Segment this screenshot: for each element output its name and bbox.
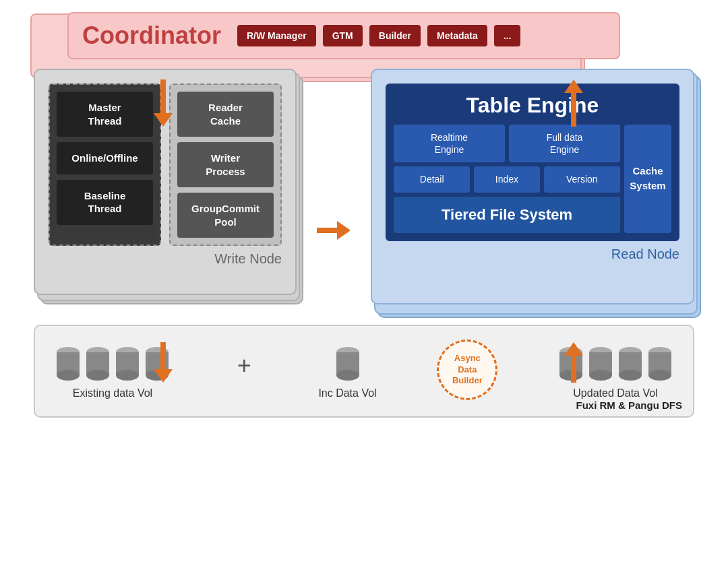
reader-cache-box: Reader Cache <box>177 92 274 137</box>
svg-point-26 <box>648 370 671 381</box>
master-thread-box: Master Thread <box>57 92 153 137</box>
online-offline-box: Online/Offline <box>57 142 153 174</box>
write-node-label: Write Node <box>49 251 282 267</box>
svg-point-5 <box>86 370 109 381</box>
coord-module-rw: R/W Manager <box>237 25 316 46</box>
architecture-diagram: Coordinator R/W Manager GTM Builder Meta… <box>0 0 728 582</box>
master-thread-col: Master Thread Online/Offline Baseline Th… <box>49 84 161 246</box>
table-engine-title: Table Engine <box>394 93 671 118</box>
version-cell: Version <box>544 166 620 192</box>
tiered-fs-cell: Tiered File System <box>394 197 620 233</box>
cylinder-icon <box>115 346 140 382</box>
updated-data-label: Updated Data Vol <box>573 387 657 399</box>
existing-data-label: Existing data Vol <box>73 387 152 399</box>
cylinder-icon <box>55 346 81 382</box>
coordinator-modules: R/W Manager GTM Builder Metadata ... <box>237 25 520 46</box>
svg-point-20 <box>589 370 612 381</box>
existing-data-group: Existing data Vol <box>55 346 170 399</box>
cylinder-icon <box>335 346 361 382</box>
inc-data-label: Inc Data Vol <box>318 387 376 399</box>
bottom-section: Existing data Vol + Inc Data Vol Async D… <box>34 325 694 418</box>
coord-module-metadata: Metadata <box>427 25 487 46</box>
cylinder-icon <box>647 346 673 382</box>
cylinder-icon <box>617 346 643 382</box>
svg-point-2 <box>57 370 80 381</box>
table-engine-box: Table Engine Realtime Engine Full data E… <box>386 84 679 241</box>
realtime-engine-cell: Realtime Engine <box>394 125 505 162</box>
detail-cell: Detail <box>394 166 470 192</box>
cylinder-icon <box>85 346 111 382</box>
full-data-engine-cell: Full data Engine <box>509 125 620 162</box>
svg-point-8 <box>116 370 139 381</box>
baseline-thread-box: Baseline Thread <box>57 180 153 225</box>
svg-point-14 <box>336 370 359 381</box>
svg-point-23 <box>619 370 642 381</box>
read-node-label: Read Node <box>386 247 679 262</box>
coord-module-builder: Builder <box>369 25 421 46</box>
cylinder-icon <box>588 346 613 382</box>
plus-sign: + <box>237 352 251 393</box>
reader-cache-col: Reader Cache Writer Process GroupCommit … <box>169 84 282 246</box>
coord-module-gtm: GTM <box>323 25 363 46</box>
inc-data-group: Inc Data Vol <box>318 346 376 399</box>
groupcommit-pool-box: GroupCommit Pool <box>177 193 274 238</box>
async-builder-circle: Async Data Builder <box>437 340 497 400</box>
cache-system-label: Cache System <box>630 164 665 194</box>
coordinator-section: Coordinator R/W Manager GTM Builder Meta… <box>67 12 620 59</box>
footer-label: Fuxi RM & Pangu DFS <box>576 399 683 411</box>
index-cell: Index <box>474 166 539 192</box>
writer-process-box: Writer Process <box>177 142 274 187</box>
existing-cylinders <box>55 346 170 382</box>
read-node: Table Engine Realtime Engine Full data E… <box>371 69 694 304</box>
coord-module-etc: ... <box>494 25 521 46</box>
coordinator-label: Coordinator <box>82 22 221 50</box>
